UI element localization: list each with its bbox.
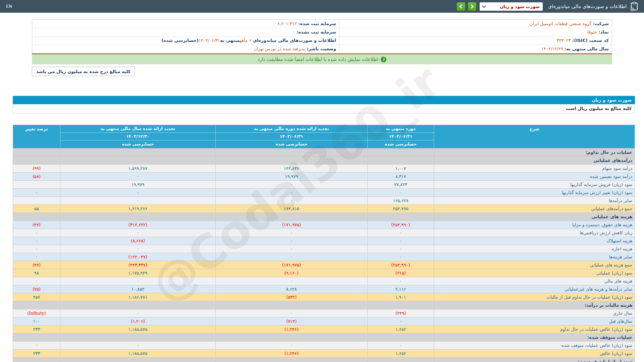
row-label: هزینه های عملیاتی	[434, 213, 635, 221]
info-label: اطلاعات و صورت‌های مالی میاندوره‌ای	[252, 38, 336, 43]
row-value	[60, 334, 215, 341]
table-row: سال جاری(۲۴۹)۰۰(Infinity)	[13, 309, 635, 317]
report-type-dropdown[interactable]: صورت سود و زیان	[480, 2, 543, 11]
row-value: ۰	[13, 277, 60, 285]
row-value: ۰	[60, 197, 215, 204]
info-cell: سرمایه ثبت نشده: ۰	[32, 28, 339, 36]
table-row: درآمد سود سهام۱,۰۰۷۱۴۲,۸۳۶۱,۵۹۹,۲۸۷(۹۹)	[13, 164, 635, 172]
row-value: ۰	[215, 245, 367, 253]
row-value: ۰	[13, 253, 60, 261]
row-label: عملیات متوقف شده:	[434, 334, 635, 341]
header-restated-period: تجدید ارائه شده دوره مالی منتهی به ۱۴۰۳/…	[215, 125, 367, 148]
table-row: سود (زیان) عملیاتی(۲۱۵)(۹,۱۶۰)۱,۱۷۵,۹۲۹۹…	[13, 269, 635, 277]
row-value: ۸,۶۲۸	[215, 285, 367, 293]
row-value: ۰	[215, 189, 367, 196]
row-value: ۱,۱۸۵,۵۷۵	[60, 325, 215, 333]
row-value: ۲۵۲,۷۷۵	[367, 205, 434, 213]
row-label: سود (زیان) پایه هر سهم:	[434, 358, 635, 362]
row-value	[13, 301, 60, 309]
prev-report-button[interactable]	[457, 2, 465, 11]
table-row: هزینه اجاره۰۰۰۰	[13, 245, 635, 253]
row-value	[60, 148, 215, 156]
row-value: (۱,۲۰۶)	[60, 317, 215, 325]
row-value: ۰	[367, 229, 434, 237]
info-value: ۶,۲۰۱,۳۱۲	[278, 21, 297, 26]
row-value: (۱۷۱,۹۷۵)	[215, 221, 367, 229]
row-value: ۱,۰۰۷	[367, 165, 434, 172]
row-value	[367, 213, 434, 221]
row-label: عملیات در حال تداوم:	[434, 148, 635, 156]
row-value: ۰	[367, 189, 434, 196]
row-value: (۹,۱۶۰)	[215, 269, 367, 277]
row-value	[13, 197, 60, 204]
row-value	[215, 213, 367, 221]
row-label: درآمدهای عملیاتی	[434, 157, 635, 164]
row-value: ۸,۳۱۷	[367, 173, 434, 180]
table-row: جمع درآمدهای عملیاتی۲۵۲,۷۷۵۱۶۲,۸۱۵۱,۶۱۹,…	[13, 204, 635, 213]
section-row: درآمدهای عملیاتی	[13, 156, 635, 164]
language-switch-en[interactable]: EN	[6, 0, 12, 13]
info-value: ۶ ماهه	[240, 38, 252, 43]
section-row: عملیات در حال تداوم:	[13, 148, 635, 156]
row-label: سود (زیان) عملیات در حال تداوم قبل از ما…	[434, 293, 635, 301]
table-row: سال‌های قبل۰(۷۱۴)(۱,۲۰۶)۱۰۰	[13, 317, 635, 325]
row-label: هزینه اجاره	[434, 245, 635, 253]
row-value: (۱,۲۴۶)	[215, 350, 367, 357]
signature-notice: i اطلاعات نمایش داده شده با اطلاعات امضا…	[32, 54, 612, 64]
info-value: گروه صنعتی قطعات اتومبیل ایران	[530, 21, 591, 26]
company-info-table: شرکت: گروه صنعتی قطعات اتومبیل ایرانسرما…	[32, 19, 612, 54]
row-value	[60, 157, 215, 164]
row-value: (۲۵۲,۹۹۰)	[367, 261, 434, 269]
row-value: (۷۱۴)	[215, 317, 367, 325]
info-value: ۱۴۰۴/۱۲/۲۹	[541, 46, 563, 51]
row-value	[215, 301, 367, 309]
row-value: ۰	[215, 181, 367, 188]
row-value	[367, 301, 434, 309]
row-label: سال‌های قبل	[434, 317, 635, 325]
next-report-button[interactable]	[468, 2, 476, 11]
info-row: نماد: ختوقاسرمایه ثبت نشده: ۰	[32, 28, 612, 37]
statement-title-bar: صورت سود و زیان	[13, 96, 635, 104]
info-row: کد صنعت (ISIC): ۳۴۳۰۲۳اطلاعات و صورت‌های…	[32, 37, 612, 45]
row-label: سایر درآمدها	[434, 197, 635, 204]
row-value	[367, 148, 434, 156]
row-value: ۵۵	[13, 205, 60, 213]
table-row: سود (زیان) خالص عملیات در حال تداوم۱,۶۵۲…	[13, 325, 635, 333]
table-row: سود (زیان) خالص۱,۶۵۲(۱,۲۴۶)۱,۱۸۵,۵۷۵۲۳۳	[13, 349, 635, 357]
row-value: ۱,۶۵۲	[367, 325, 434, 333]
row-label: درآمد سود تضمین شده	[434, 173, 635, 180]
row-value	[215, 358, 367, 362]
row-value: ۱۶۲,۸۱۵	[215, 205, 367, 213]
row-value	[13, 181, 60, 188]
row-label: هزینه استهلاک	[434, 237, 635, 245]
row-label: زیان کاهش ارزش دریافتنی‌ها	[434, 229, 635, 237]
row-value: ۲۳۳	[13, 325, 60, 333]
row-label: سود (زیان) تغییر ارزش سرمایه گذاریها	[434, 189, 635, 196]
row-label: سایر درآمدها و هزینه های غیرعملیاتی	[434, 285, 635, 293]
row-value	[13, 148, 60, 156]
header-restated-year: تجدید ارائه شده سال مالی منتهی به ۱۴۰۳/۱…	[60, 125, 215, 148]
row-value: (۳۱۲,۶۲۲)	[60, 221, 215, 229]
row-value: ۰	[60, 245, 215, 253]
header-description: شرح	[434, 125, 635, 148]
header-audit-status: حسابرسی شده	[368, 140, 434, 148]
row-value: ۰	[215, 197, 367, 204]
row-value: ۰	[60, 309, 215, 317]
row-value: (Infinity)	[13, 309, 60, 317]
row-value: ۰	[13, 342, 60, 349]
row-value: ۰	[367, 245, 434, 253]
row-value: ۰	[13, 245, 60, 253]
row-value	[367, 334, 434, 341]
header-audit-status: حسابرسی شده	[216, 140, 367, 148]
top-bar: EN اطلاعات و صورت‌های مالی میاندوره‌ای ص…	[0, 0, 644, 13]
row-value: ۰	[60, 342, 215, 349]
row-value	[13, 334, 60, 341]
table-row: سود (زیان) خالص عملیات متوقف شده۰۰۰۰	[13, 341, 635, 349]
info-cell: وضعیت ناشر: پذیرفته شده در بورس تهران	[32, 45, 339, 53]
table-row: سود (زیان) فروش سرمایه گذاریها۷۷,۸۲۳۰۱۹,…	[13, 180, 635, 188]
info-cell: اطلاعات و صورت‌های مالی میاندوره‌ای ۶ ما…	[32, 37, 339, 45]
clipboard-check-icon	[630, 2, 639, 11]
info-label: سرمایه ثبت شده:	[297, 21, 336, 26]
row-value: (۹۹)	[13, 165, 60, 172]
row-value: ۰	[60, 229, 215, 237]
